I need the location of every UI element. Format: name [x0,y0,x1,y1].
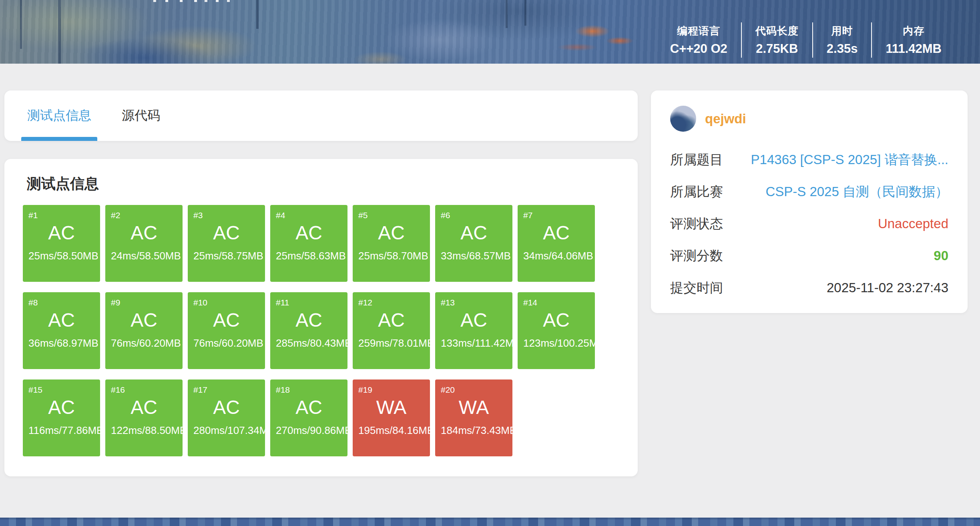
testcase-tile[interactable]: #5AC25ms/58.70MB [353,205,430,282]
testcase-detail: 24ms/58.50MB [111,250,177,262]
testcase-status: AC [523,222,589,244]
testcase-status: AC [111,396,177,418]
testcase-status: WA [358,396,424,418]
testcase-detail: 76ms/60.20MB [111,337,177,349]
testcase-tile[interactable]: #19WA195ms/84.16MB [353,379,430,456]
header-banner-painting: 编程语言 C++20 O2 代码长度 2.75KB 用时 2.35s 内存 11… [0,0,980,64]
testcase-detail: 33ms/68.57MB [441,250,507,262]
testcase-id: #3 [193,211,259,220]
testcase-tile[interactable]: #3AC25ms/58.75MB [188,205,265,282]
testcase-id: #9 [111,298,177,307]
stat-value: 2.75KB [755,42,799,56]
stat-label: 内存 [886,24,942,38]
testcase-id: #12 [358,298,424,307]
username-link[interactable]: qejwdi [705,111,746,126]
stat-label: 代码长度 [755,24,799,38]
testcase-tile[interactable]: #12AC259ms/78.01MB [353,292,430,369]
stat-label: 用时 [827,24,858,38]
stat-memory: 内存 111.42MB [871,22,955,58]
testcase-id: #13 [441,298,507,307]
testcase-detail: 25ms/58.63MB [276,250,342,262]
testcase-tile[interactable]: #10AC76ms/60.20MB [188,292,265,369]
testcase-detail: 280ms/107.34MB [193,425,259,436]
tab-testcase-info[interactable]: 测试点信息 [21,90,97,141]
painting-mast-stroke [256,0,259,29]
info-label: 所属比赛 [670,183,723,201]
testcase-id: #6 [441,211,507,220]
painting-mast-stroke [58,0,61,64]
info-row-problem: 所属题目 P14363 [CSP-S 2025] 谐音替换... [670,144,948,176]
tab-source-code[interactable]: 源代码 [116,90,166,141]
submit-time-value: 2025-11-02 23:27:43 [827,280,948,295]
painting-mast-stroke [20,0,22,49]
testcase-tile[interactable]: #7AC34ms/64.06MB [518,205,595,282]
testcase-status: WA [441,396,507,418]
painting-ladder-stroke [506,0,508,28]
testcase-tile[interactable]: #9AC76ms/60.20MB [105,292,183,369]
testcase-heading: 测试点信息 [27,174,619,194]
stat-label: 编程语言 [670,24,727,38]
testcase-detail: 25ms/58.75MB [193,250,259,262]
stat-code-length: 代码长度 2.75KB [741,22,812,58]
testcase-status: AC [111,222,177,244]
testcase-id: #14 [523,298,589,307]
testcase-detail: 116ms/77.86MB [28,425,94,436]
testcase-tile[interactable]: #11AC285ms/80.43MB [270,292,347,369]
testcase-status: AC [111,309,177,331]
testcase-tile[interactable]: #14AC123ms/100.25MB [518,292,595,369]
judge-score-value: 90 [934,248,948,263]
testcase-grid: #1AC25ms/58.50MB #2AC24ms/58.50MB #3AC25… [23,205,602,456]
stat-time: 用时 2.35s [812,22,872,58]
testcase-status: AC [276,396,342,418]
testcase-id: #15 [28,385,94,394]
testcase-tile[interactable]: #2AC24ms/58.50MB [105,205,183,282]
testcase-detail: 122ms/88.50MB [111,425,177,436]
stat-value: 2.35s [827,42,858,56]
cropped-title-fragment [153,0,156,2]
testcase-status: AC [358,309,424,331]
testcase-detail: 259ms/78.01MB [358,337,424,349]
testcase-tile[interactable]: #8AC36ms/68.97MB [23,292,100,369]
testcase-detail: 195ms/84.16MB [358,425,424,436]
record-tabs-card: 测试点信息 源代码 [4,90,638,141]
stat-language: 编程语言 C++20 O2 [657,22,741,58]
testcase-status: AC [276,309,342,331]
testcase-status: AC [193,309,259,331]
info-row-score: 评测分数 90 [670,240,948,272]
stat-value: C++20 O2 [670,42,727,56]
info-row-status: 评测状态 Unaccepted [670,208,948,240]
testcase-tile[interactable]: #18AC270ms/90.86MB [270,379,347,456]
testcase-id: #20 [441,385,507,394]
testcase-detail: 270ms/90.86MB [276,425,342,436]
testcase-status: AC [523,309,589,331]
testcase-tile[interactable]: #4AC25ms/58.63MB [270,205,347,282]
testcase-detail: 76ms/60.20MB [193,337,259,349]
testcase-status: AC [441,222,507,244]
testcase-status: AC [28,396,94,418]
contest-link[interactable]: CSP-S 2025 自测（民间数据） [765,183,948,201]
testcase-tile[interactable]: #20WA184ms/73.43MB [435,379,512,456]
info-label: 评测状态 [670,215,723,233]
submission-info-card: qejwdi 所属题目 P14363 [CSP-S 2025] 谐音替换... … [651,90,968,313]
testcase-tile[interactable]: #16AC122ms/88.50MB [105,379,183,456]
problem-link[interactable]: P14363 [CSP-S 2025] 谐音替换... [751,151,948,169]
testcase-tile[interactable]: #1AC25ms/58.50MB [23,205,100,282]
testcase-status: AC [28,222,94,244]
user-avatar[interactable] [670,106,696,132]
testcase-tile[interactable]: #17AC280ms/107.34MB [188,379,265,456]
testcase-id: #10 [193,298,259,307]
testcase-tile[interactable]: #15AC116ms/77.86MB [23,379,100,456]
testcase-id: #4 [276,211,342,220]
testcase-id: #5 [358,211,424,220]
testcase-detail: 285ms/80.43MB [276,337,342,349]
testcase-detail: 25ms/58.50MB [28,250,94,262]
testcase-status: AC [358,222,424,244]
info-label: 评测分数 [670,247,723,265]
painting-ladder-stroke [524,0,526,26]
testcase-status: AC [276,222,342,244]
testcase-detail: 123ms/100.25MB [523,337,589,349]
testcase-id: #7 [523,211,589,220]
testcase-tile[interactable]: #6AC33ms/68.57MB [435,205,512,282]
testcase-tile[interactable]: #13AC133ms/111.42MB [435,292,512,369]
testcase-detail: 36ms/68.97MB [28,337,94,349]
